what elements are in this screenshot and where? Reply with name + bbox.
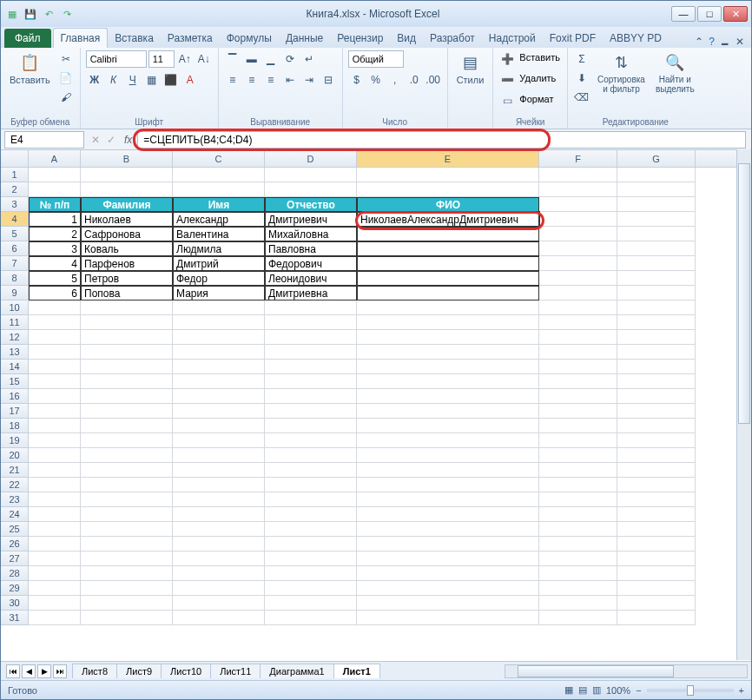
cell[interactable]: Дмитриевич: [265, 212, 357, 227]
italic-icon[interactable]: К: [105, 71, 122, 89]
cell[interactable]: Мария: [173, 286, 265, 300]
cell[interactable]: Дмитрий: [173, 256, 265, 271]
cell[interactable]: [357, 433, 539, 448]
cell[interactable]: 4: [29, 256, 81, 271]
cell[interactable]: [357, 227, 539, 241]
cell[interactable]: [81, 419, 173, 433]
cell[interactable]: [357, 492, 539, 507]
cell[interactable]: [173, 478, 265, 492]
cell[interactable]: [173, 611, 265, 625]
cell[interactable]: [357, 182, 539, 197]
row-header[interactable]: 3: [1, 197, 29, 212]
cell[interactable]: [539, 419, 617, 433]
sheet-next-icon[interactable]: ▶: [37, 664, 51, 678]
col-E[interactable]: E: [357, 150, 539, 167]
col-F[interactable]: F: [539, 150, 617, 167]
row-header[interactable]: 7: [1, 256, 29, 271]
cell[interactable]: [357, 611, 539, 625]
cell[interactable]: [29, 360, 81, 374]
cell[interactable]: [29, 389, 81, 404]
cell[interactable]: Отчество: [265, 197, 357, 212]
delete-cells-icon[interactable]: ➖: [498, 71, 516, 89]
cell[interactable]: [173, 300, 265, 315]
minimize-ribbon-icon[interactable]: ⌃: [695, 36, 703, 48]
orientation-icon[interactable]: ⟳: [281, 50, 299, 68]
cell[interactable]: [173, 492, 265, 507]
col-D[interactable]: D: [265, 150, 357, 167]
cell[interactable]: [617, 404, 696, 419]
cell[interactable]: [173, 182, 265, 197]
cell[interactable]: [357, 345, 539, 360]
tab-view[interactable]: Вид: [390, 29, 423, 48]
col-C[interactable]: C: [173, 150, 265, 167]
row-header[interactable]: 19: [1, 433, 29, 448]
cell[interactable]: [617, 492, 696, 507]
row-header[interactable]: 24: [1, 507, 29, 522]
cell[interactable]: [29, 537, 81, 551]
delete-cells-label[interactable]: Удалить: [518, 71, 557, 89]
cell[interactable]: [617, 227, 696, 241]
cell[interactable]: [265, 507, 357, 522]
cell[interactable]: [539, 212, 617, 227]
cell[interactable]: [173, 566, 265, 581]
cell[interactable]: НиколаевАлександрДмитриевич: [357, 212, 539, 227]
tab-formulas[interactable]: Формулы: [220, 29, 279, 48]
cell[interactable]: [539, 551, 617, 566]
cell[interactable]: [357, 448, 539, 463]
cell[interactable]: [539, 360, 617, 374]
cell[interactable]: 5: [29, 271, 81, 286]
cell[interactable]: [29, 182, 81, 197]
cell[interactable]: [265, 389, 357, 404]
row-header[interactable]: 17: [1, 404, 29, 419]
cell[interactable]: [539, 330, 617, 345]
percent-icon[interactable]: %: [367, 71, 385, 89]
sheet-tab[interactable]: Лист11: [210, 664, 261, 678]
cell[interactable]: [357, 419, 539, 433]
align-middle-icon[interactable]: ▬: [243, 50, 261, 68]
cell[interactable]: [173, 551, 265, 566]
cell[interactable]: [617, 611, 696, 625]
cell[interactable]: [173, 507, 265, 522]
tab-abbyy[interactable]: ABBYY PD: [603, 29, 669, 48]
cell[interactable]: [539, 448, 617, 463]
cell[interactable]: [539, 611, 617, 625]
cell[interactable]: [357, 404, 539, 419]
cell[interactable]: [617, 389, 696, 404]
cell[interactable]: [265, 182, 357, 197]
cell[interactable]: [617, 507, 696, 522]
cell[interactable]: [29, 168, 81, 182]
sheet-tab[interactable]: Лист10: [161, 664, 211, 678]
cell[interactable]: [173, 419, 265, 433]
cell[interactable]: ФИО: [357, 197, 539, 212]
styles-button[interactable]: ▤ Стили: [453, 50, 488, 87]
cell[interactable]: Попова: [81, 286, 173, 300]
cell[interactable]: [539, 345, 617, 360]
cell[interactable]: [617, 522, 696, 537]
row-header[interactable]: 11: [1, 315, 29, 330]
ribbon-restore-icon[interactable]: 🗕: [720, 36, 730, 48]
cell[interactable]: Фамилия: [81, 197, 173, 212]
view-pagebreak-icon[interactable]: ▥: [592, 684, 601, 696]
bold-icon[interactable]: Ж: [86, 71, 103, 89]
cell[interactable]: [81, 389, 173, 404]
cell[interactable]: [173, 581, 265, 596]
cell[interactable]: [173, 522, 265, 537]
cell[interactable]: [265, 611, 357, 625]
row-header[interactable]: 30: [1, 596, 29, 611]
select-all-corner[interactable]: [1, 150, 29, 167]
tab-foxit[interactable]: Foxit PDF: [543, 29, 603, 48]
paste-button[interactable]: 📋 Вставить: [6, 50, 54, 87]
col-A[interactable]: A: [29, 150, 81, 167]
cell[interactable]: Михайловна: [265, 227, 357, 241]
ribbon-close-icon[interactable]: ✕: [736, 36, 744, 48]
cell[interactable]: [265, 300, 357, 315]
name-box[interactable]: E4: [4, 131, 84, 149]
cell[interactable]: [265, 315, 357, 330]
cell[interactable]: [173, 345, 265, 360]
maximize-button[interactable]: □: [697, 6, 722, 22]
cut-icon[interactable]: ✂: [57, 50, 75, 68]
row-header[interactable]: 26: [1, 537, 29, 551]
cell[interactable]: [265, 463, 357, 478]
font-color-icon[interactable]: A: [181, 71, 199, 89]
cell[interactable]: [29, 433, 81, 448]
